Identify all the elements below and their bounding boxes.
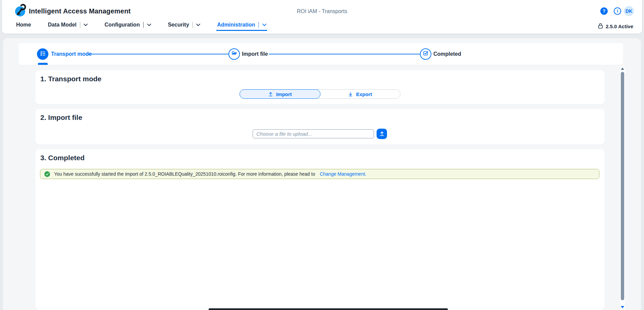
export-mode-label: Export <box>356 91 372 97</box>
nav-divider <box>258 22 259 28</box>
import-mode-button[interactable]: Import <box>240 89 320 99</box>
change-management-link[interactable]: Change Management. <box>320 171 367 177</box>
nav-label: Administration <box>217 22 255 28</box>
nav-divider <box>143 22 144 28</box>
file-upload-input[interactable] <box>253 129 374 138</box>
open-folder-icon <box>231 50 237 57</box>
scrollbar-thumb[interactable] <box>621 72 624 300</box>
success-message-strip: You have successfully started the import… <box>40 169 599 179</box>
step-transport-mode-label[interactable]: Transport mode <box>51 51 92 57</box>
vertical-scrollbar[interactable] <box>620 66 625 310</box>
stepper-connector <box>269 54 421 54</box>
help-button[interactable]: ? <box>600 7 608 15</box>
step-import-file-circle[interactable] <box>228 48 240 60</box>
import-mode-label: Import <box>276 91 292 97</box>
nav-label: Configuration <box>104 22 140 28</box>
section-transport-mode: 1. Transport mode Import E <box>35 70 605 104</box>
scroll-down-arrow-icon[interactable] <box>621 306 624 308</box>
download-icon <box>348 91 353 97</box>
chevron-down-icon <box>147 24 151 26</box>
bottom-dark-bar <box>209 308 448 310</box>
export-mode-button[interactable]: Export <box>320 90 400 98</box>
wizard-stepper: Transport mode Import file Completed <box>18 43 623 65</box>
stepper-connector <box>88 54 229 54</box>
upload-icon <box>379 131 385 137</box>
upload-icon <box>268 91 273 97</box>
nav-divider <box>192 22 193 28</box>
upload-file-button[interactable] <box>377 129 387 139</box>
avatar-initials: DK <box>626 8 632 14</box>
checked-box-icon <box>423 50 429 57</box>
chevron-down-icon <box>196 24 200 26</box>
section-completed: 3. Completed You have successfully start… <box>35 149 605 310</box>
checklist-icon <box>40 50 46 57</box>
info-button[interactable]: i <box>614 7 621 15</box>
version-status-badge: 2.5.0 Active <box>598 23 633 30</box>
nav-divider <box>80 22 81 28</box>
question-mark-icon: ? <box>603 8 606 14</box>
user-avatar[interactable]: DK <box>624 6 634 16</box>
chevron-down-icon <box>84 24 88 26</box>
version-label: 2.5.0 Active <box>606 24 633 29</box>
nav-label: Data Model <box>48 22 76 28</box>
success-check-icon <box>44 171 50 177</box>
step-import-file-label[interactable]: Import file <box>242 51 268 57</box>
active-step-indicator <box>38 63 48 65</box>
section-heading: 1. Transport mode <box>40 75 101 83</box>
context-title: ROI iAM - Transports <box>2 8 642 14</box>
success-message-text: You have successfully started the import… <box>54 171 315 177</box>
nav-item-data-model[interactable]: Data Model <box>47 19 88 31</box>
section-import-file: 2. Import file <box>35 109 605 144</box>
lock-icon <box>598 23 603 30</box>
section-heading: 3. Completed <box>40 154 85 162</box>
nav-label: Security <box>168 22 189 28</box>
step-completed-circle[interactable] <box>420 48 431 60</box>
step-transport-mode-circle[interactable] <box>37 48 48 60</box>
transport-mode-segmented-control: Import Export <box>240 89 400 99</box>
main-navigation: Home Data Model Configuration Security A… <box>15 19 267 31</box>
step-completed-label[interactable]: Completed <box>433 51 461 57</box>
main-content-panel: Transport mode Import file Completed <box>3 38 641 310</box>
nav-item-configuration[interactable]: Configuration <box>104 19 152 31</box>
info-icon: i <box>617 8 618 14</box>
nav-item-security[interactable]: Security <box>167 19 201 31</box>
nav-label: Home <box>16 22 31 28</box>
nav-item-home[interactable]: Home <box>15 19 32 31</box>
nav-item-administration[interactable]: Administration <box>216 19 267 31</box>
scroll-up-arrow-icon[interactable] <box>621 68 624 70</box>
chevron-down-icon <box>262 24 266 26</box>
app-header: Intelligent Access Management ROI iAM - … <box>2 0 642 34</box>
section-heading: 2. Import file <box>40 114 82 122</box>
